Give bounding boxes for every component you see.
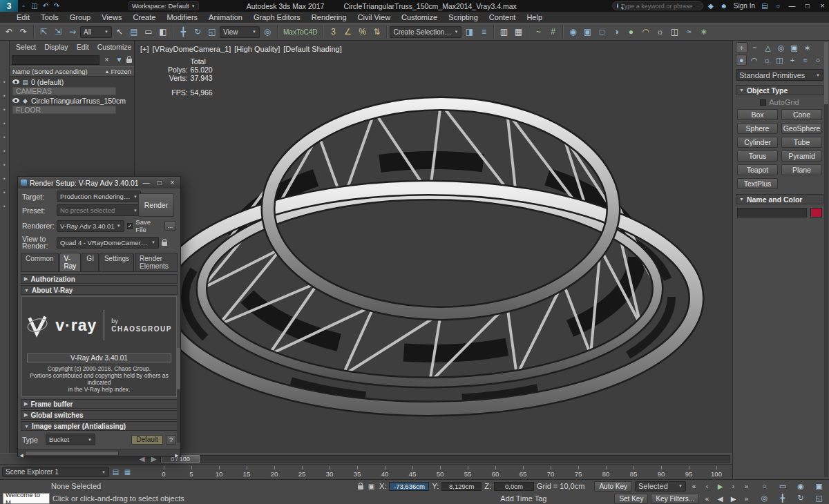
timeline-tick[interactable]: 75 [564,466,592,478]
menu-item[interactable]: Content [484,12,522,22]
y-coordinate-field[interactable]: 8,129cm [441,482,482,491]
maxtoc4d-button[interactable]: MaxToC4D [280,25,320,39]
tab-gi[interactable]: GI [82,253,99,271]
menu-item[interactable]: Edit [11,12,35,22]
tab-render-elements[interactable]: Render Elements [135,253,178,271]
minimize-button[interactable]: — [785,1,799,11]
layout-tab-icon[interactable]: ▪ [1,202,8,210]
view-lock-icon[interactable] [162,242,167,246]
viewport-menu-shading[interactable]: [Default Shading] [283,45,341,53]
timeline-tick[interactable]: 80 [592,466,620,478]
select-and-link-icon[interactable]: ⇱ [37,25,50,39]
sign-in-button[interactable]: Sign In [732,2,757,10]
select-and-move-icon[interactable]: ╋ [176,25,190,39]
named-selection-dropdown[interactable]: Create Selection Se ▼ [390,26,461,38]
field-of-view-icon[interactable]: ◎ [756,493,773,504]
maximize-viewport-icon[interactable]: ◱ [810,493,828,504]
tab-hierarchy[interactable]: △ [762,42,774,53]
workspace-dropdown[interactable]: Workspace: Default ▼ [128,1,199,10]
set-key-button[interactable]: Set Key [614,494,648,504]
pan-view-icon[interactable]: ╋ [774,493,791,504]
bind-to-spacewarp-icon[interactable]: ⇝ [66,25,79,39]
timeline-tick[interactable]: 70 [537,466,564,478]
object-name-input[interactable] [737,208,807,217]
rollout-global-switches[interactable]: ▶ Global switches [21,410,178,420]
object-type-button[interactable]: Plane [781,164,822,175]
tab-common[interactable]: Common [21,253,59,271]
layout-tab-icon[interactable]: ▪ [1,161,8,168]
menu-item[interactable]: Animation [203,12,248,22]
zoom-all-icon[interactable]: ▭ [774,481,791,492]
key-step-end-icon[interactable]: » [741,494,752,504]
notifications-icon[interactable]: ○ [772,1,783,12]
object-type-button[interactable]: GeoSphere [781,123,822,134]
render-button[interactable]: Render [138,193,174,217]
object-type-button[interactable]: Torus [737,151,778,162]
object-type-button[interactable]: Tube [781,137,822,148]
scene-explorer-selector[interactable]: Scene Explorer 1 ▼ [2,467,109,477]
play-animation-icon[interactable]: ▶ [715,481,725,492]
timeline-tick[interactable]: 15 [233,466,260,478]
key-step-next-icon[interactable]: ▶ [728,494,739,504]
snap-toggle-icon[interactable]: 3 [326,25,340,39]
mirror-icon[interactable]: ◨ [462,25,476,39]
go-to-end-icon[interactable]: » [741,481,752,492]
category-systems-icon[interactable]: ○ [812,55,823,66]
name-and-color-rollout[interactable]: ▼ Name and Color [736,194,823,204]
menu-item[interactable]: Scripting [443,12,484,22]
z-coordinate-field[interactable]: 0,0cm [494,482,534,491]
timeline-tick[interactable]: 65 [509,466,537,478]
auto-key-button[interactable]: Auto Key [594,481,632,492]
selection-lock-icon[interactable] [358,485,363,490]
toolbar-extra-3-icon[interactable]: ≈ [682,25,696,39]
next-frame-icon[interactable]: › [728,481,739,492]
select-and-rotate-icon[interactable]: ↻ [191,25,204,39]
preset-dropdown[interactable]: No preset selected ▼ [57,204,141,216]
layout-tab-icon[interactable]: ▪ [1,133,8,141]
tab-modify[interactable]: ~ [749,42,761,53]
menu-item[interactable]: Civil View [352,12,396,22]
clear-search-icon[interactable]: × [102,55,112,65]
maximize-button[interactable]: □ [801,1,814,11]
timeline-tick[interactable]: 40 [371,466,399,478]
material-editor-icon[interactable]: ◉ [566,25,580,39]
curve-editor-icon[interactable]: ~ [531,25,545,39]
unlink-selection-icon[interactable]: ⇲ [51,25,65,39]
rectangular-selection-icon[interactable]: ▭ [142,25,155,39]
layout-tab-icon[interactable]: ▪ [1,92,8,99]
scene-explorer-menu-item[interactable]: Display [41,42,71,52]
scene-row-truss[interactable]: ◆ CircleTriangularTruss_150cm [10,96,134,105]
percent-snap-icon[interactable]: % [355,25,369,39]
select-object-icon[interactable]: ↖ [113,25,126,39]
menu-item[interactable]: Tools [35,12,64,22]
tab-settings[interactable]: Settings [99,253,134,271]
object-type-button[interactable]: Pyramid [781,151,822,162]
time-slider-track[interactable]: 0 / 100 [160,455,730,463]
category-helpers-icon[interactable]: + [787,55,798,66]
reference-coordinate-dropdown[interactable]: View ▼ [220,26,260,38]
category-cameras-icon[interactable]: ◫ [774,55,785,66]
key-mode-dropdown[interactable]: Selected ▼ [635,481,686,492]
user-icon[interactable]: ☻ [718,1,730,12]
ribbon-toggle-icon[interactable]: ▦ [511,25,525,39]
orbit-icon[interactable]: ↻ [792,493,810,504]
undo-toolbar-icon[interactable]: ↶ [2,25,16,39]
tab-utilities[interactable]: ∗ [801,42,813,53]
search-field[interactable] [621,3,702,10]
timeline-tick[interactable]: 35 [343,466,371,478]
save-file-browse-button[interactable]: ... [164,221,176,231]
filter-icon[interactable]: ▼ [114,55,124,65]
save-file-checkbox[interactable]: ✓ [127,223,133,229]
zoom-extents-all-icon[interactable]: ▣ [810,481,828,492]
render-production-icon[interactable]: ◑ [609,25,623,39]
category-lights-icon[interactable]: ☼ [761,55,772,66]
redo-toolbar-icon[interactable]: ↷ [17,25,30,39]
viewport-menu-quality[interactable]: [High Quality] [234,45,280,53]
render-setup-icon[interactable]: ▣ [580,25,594,39]
viewport-menu-general[interactable]: [+] [140,45,149,53]
dialog-minimize-icon[interactable]: — [141,177,151,188]
rollout-image-sampler[interactable]: ▼ Image sampler (Antialiasing) [21,421,178,431]
schematic-view-icon[interactable]: # [546,25,560,39]
angle-snap-icon[interactable]: ∠ [341,25,354,39]
timeline-tick[interactable]: 55 [454,466,482,478]
